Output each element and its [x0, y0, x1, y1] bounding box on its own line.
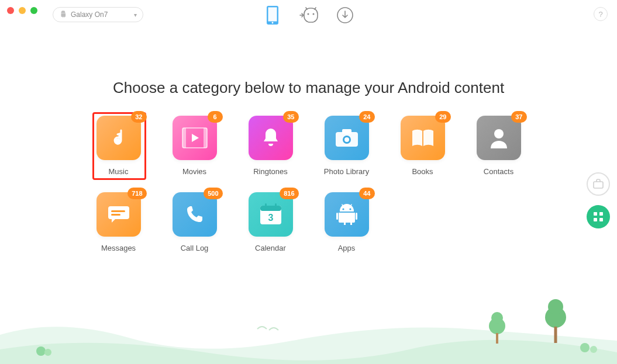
calllog-icon: 500 [173, 192, 217, 237]
svg-rect-17 [111, 210, 125, 212]
grid-view-button[interactable] [587, 205, 610, 228]
apps-label: Apps [338, 244, 356, 252]
svg-rect-28 [594, 182, 603, 188]
svg-rect-10 [204, 128, 207, 148]
svg-rect-21 [265, 203, 267, 208]
category-ringtones[interactable]: 35 Ringtones [233, 116, 309, 176]
calendar-count-badge: 816 [280, 188, 298, 199]
category-contacts[interactable]: 37 Contacts [461, 116, 537, 176]
svg-rect-26 [336, 213, 338, 220]
svg-point-41 [580, 343, 590, 352]
svg-rect-3 [304, 8, 318, 22]
calendar-icon: 3 816 [249, 192, 293, 237]
svg-rect-40 [554, 327, 557, 343]
page-heading: Choose a category below to manage your A… [0, 79, 617, 97]
svg-rect-29 [594, 212, 597, 216]
svg-rect-37 [496, 333, 498, 344]
svg-point-38 [545, 307, 566, 328]
svg-rect-31 [594, 218, 597, 221]
svg-rect-30 [599, 212, 603, 216]
svg-point-14 [344, 137, 349, 142]
category-messages[interactable]: 718 Messages [81, 192, 157, 252]
books-icon: 29 [401, 116, 445, 160]
messages-label: Messages [101, 244, 136, 252]
category-apps[interactable]: 44 Apps [309, 192, 385, 252]
svg-point-7 [115, 138, 121, 145]
category-calendar[interactable]: 3 816 Calendar [233, 192, 309, 252]
android-icon [59, 10, 67, 20]
main-toolbar [262, 5, 356, 26]
close-window-button[interactable] [7, 7, 14, 14]
category-movies[interactable]: 6 Movies [157, 116, 233, 176]
maximize-window-button[interactable] [30, 7, 37, 14]
category-photo-library[interactable]: 24 Photo Library [309, 116, 385, 176]
movies-label: Movies [182, 167, 206, 176]
chevron-down-icon: ▾ [134, 12, 137, 18]
books-count-badge: 29 [435, 111, 450, 123]
device-tab-button[interactable] [262, 5, 283, 26]
movies-count-badge: 6 [208, 111, 223, 123]
contacts-icon: 37 [477, 116, 521, 160]
music-icon: 32 [96, 116, 141, 160]
apps-icon: 44 [325, 192, 369, 237]
svg-rect-18 [111, 214, 120, 216]
movies-icon: 6 [173, 116, 217, 160]
svg-rect-1 [268, 8, 277, 22]
contacts-label: Contacts [484, 167, 513, 176]
svg-point-33 [36, 346, 46, 356]
help-label: ? [598, 10, 602, 19]
svg-point-34 [44, 349, 51, 356]
calendar-label: Calendar [255, 244, 286, 252]
category-music[interactable]: 32 Music [81, 116, 157, 176]
calllog-count-badge: 500 [204, 188, 222, 199]
svg-point-42 [590, 346, 597, 353]
svg-point-15 [494, 129, 504, 138]
svg-point-39 [548, 299, 563, 314]
svg-rect-22 [275, 203, 277, 208]
music-label: Music [109, 167, 129, 176]
photos-label: Photo Library [324, 167, 369, 176]
contacts-count-badge: 37 [511, 111, 526, 123]
ringtones-label: Ringtones [253, 167, 288, 176]
svg-point-35 [489, 318, 505, 334]
category-books[interactable]: 29 Books [385, 116, 461, 176]
svg-point-4 [307, 13, 309, 15]
ringtone-icon: 35 [249, 116, 293, 160]
svg-rect-9 [182, 128, 186, 148]
category-grid: 32 Music 6 Movies 35 Ringtones 24 Photo … [81, 116, 537, 252]
category-call-log[interactable]: 500 Call Log [157, 192, 233, 252]
music-count-badge: 32 [131, 111, 146, 123]
svg-point-2 [271, 22, 273, 24]
ringtones-count-badge: 35 [283, 111, 298, 123]
photos-count-badge: 24 [359, 111, 374, 123]
device-name: Galaxy On7 [71, 11, 108, 19]
svg-point-25 [349, 208, 351, 210]
books-label: Books [412, 167, 433, 176]
decorative-landscape [0, 294, 617, 364]
toolbox-button[interactable] [587, 172, 610, 196]
svg-rect-32 [599, 218, 603, 221]
svg-rect-12 [342, 129, 351, 134]
messages-icon: 718 [96, 192, 141, 237]
minimize-window-button[interactable] [19, 7, 26, 14]
transfer-tab-button[interactable] [298, 5, 319, 26]
messages-count-badge: 718 [127, 188, 146, 199]
side-buttons [587, 172, 610, 228]
svg-rect-16 [108, 206, 129, 219]
apps-count-badge: 44 [359, 188, 374, 199]
device-selector[interactable]: Galaxy On7 ▾ [53, 7, 143, 22]
svg-rect-27 [356, 213, 357, 220]
svg-point-24 [342, 208, 344, 210]
svg-text:3: 3 [268, 213, 273, 223]
help-button[interactable]: ? [594, 7, 608, 21]
download-tab-button[interactable] [335, 5, 356, 26]
svg-point-36 [491, 312, 503, 324]
svg-rect-20 [260, 206, 281, 211]
calllog-label: Call Log [181, 244, 209, 252]
photo-icon: 24 [325, 116, 369, 160]
svg-point-5 [312, 13, 314, 15]
window-controls [7, 7, 37, 14]
